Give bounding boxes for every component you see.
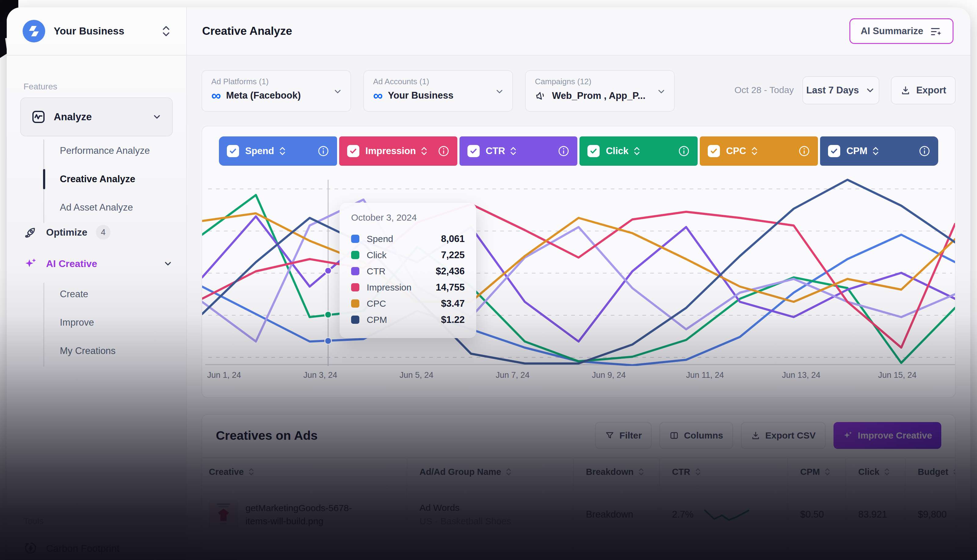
metric-toggle-spend[interactable]: Spend <box>219 137 337 166</box>
cpm-cell: $0.50 <box>787 486 845 543</box>
metric-toggle-cpm[interactable]: CPM <box>820 137 938 166</box>
ai-summarize-label: AI Summarize <box>861 26 923 37</box>
page-title: Creative Analyze <box>202 25 849 38</box>
export-button[interactable]: Export <box>891 76 955 104</box>
sort-arrows-icon[interactable] <box>872 146 880 156</box>
rocket-icon <box>23 225 38 239</box>
main-header: Creative Analyze AI Summarize <box>187 7 970 55</box>
funnel-icon <box>605 431 615 440</box>
metric-toggle-cpc[interactable]: CPC <box>700 137 818 166</box>
ad-accounts-dropdown[interactable]: Ad Accounts (1) ∞ Your Business <box>363 70 513 112</box>
screenshot-stage: Your Business Features Analyze Performan… <box>0 0 977 560</box>
series-swatch <box>351 267 359 275</box>
filter-button[interactable]: Filter <box>595 422 651 449</box>
ad-platforms-dropdown[interactable]: Ad Platforms (1) ∞ Meta (Facebook) <box>202 70 351 112</box>
sidebar-item-create[interactable]: Create <box>43 280 174 308</box>
click-cell <box>845 543 905 560</box>
column-header-budget[interactable]: Budget <box>905 458 955 485</box>
column-label: Budget <box>918 467 948 477</box>
creative-thumbnail <box>209 500 238 529</box>
sort-arrows-icon[interactable] <box>633 146 641 156</box>
sidebar-item-analyze[interactable]: Analyze <box>20 97 173 137</box>
ctr-cell: 2.7% <box>659 486 787 543</box>
columns-button[interactable]: Columns <box>660 422 733 449</box>
app-window: Your Business Features Analyze Performan… <box>7 7 970 560</box>
column-label: Click <box>858 467 879 477</box>
carbon-footprint-icon <box>23 542 38 555</box>
sidebar-item-ai-creative[interactable]: AI Creative <box>23 250 173 277</box>
info-icon[interactable] <box>678 145 690 157</box>
ad-group-name: US - Basketball Shoes <box>419 515 511 528</box>
chevron-down-icon <box>494 87 504 97</box>
filter-row: Ad Platforms (1) ∞ Meta (Facebook) Ad Ac… <box>202 70 955 112</box>
column-header-click[interactable]: Click <box>845 458 905 485</box>
series-swatch <box>351 283 359 292</box>
ai-creative-subnav: Create Improve My Creations <box>43 280 174 369</box>
creative-cell <box>202 543 407 560</box>
table-header-row: CreativeAd/Ad Group NameBreakdownCTRCPMC… <box>202 457 955 486</box>
series-swatch <box>351 299 359 308</box>
creative-thumbnail <box>209 557 238 560</box>
sidebar-item-creative-analyze[interactable]: Creative Analyze <box>43 165 174 193</box>
info-icon[interactable] <box>558 145 569 157</box>
x-axis-label: Jun 3, 24 <box>303 370 337 380</box>
table-row-partial[interactable] <box>202 543 955 560</box>
sort-arrows-icon[interactable] <box>420 146 428 156</box>
dropdown-label: Ad Accounts (1) <box>373 77 503 87</box>
sort-arrows-icon[interactable] <box>750 146 758 156</box>
info-icon[interactable] <box>317 145 329 157</box>
series-swatch <box>351 251 359 259</box>
ad-group-cell: Ad Words US - Basketball Shoes <box>407 486 573 543</box>
line-chart[interactable] <box>202 171 955 366</box>
checkbox-checked-icon[interactable] <box>708 145 720 157</box>
x-axis-label: Jun 13, 24 <box>782 370 820 380</box>
download-icon <box>900 85 911 95</box>
column-header-breakdown[interactable]: Breakdown <box>573 458 659 485</box>
workspace-switcher[interactable]: Your Business <box>7 7 186 55</box>
sort-arrows-icon[interactable] <box>509 146 517 156</box>
column-header-creative[interactable]: Creative <box>202 458 407 485</box>
sidebar-item-ad-asset-analyze[interactable]: Ad Asset Analyze <box>43 194 174 221</box>
metric-toggle-click[interactable]: Click <box>580 137 698 166</box>
optimize-count-badge: 4 <box>96 225 110 240</box>
checkbox-checked-icon[interactable] <box>828 145 840 157</box>
features-section-label: Features <box>23 82 57 92</box>
checkbox-checked-icon[interactable] <box>468 145 479 157</box>
ctr-value: 2.7% <box>672 509 694 520</box>
chart-card: SpendImpressionCTRClickCPCCPM Jun 1, 24J… <box>202 126 955 398</box>
ctr-sparkline <box>702 506 751 523</box>
sidebar-item-improve[interactable]: Improve <box>43 309 174 336</box>
ai-summarize-button[interactable]: AI Summarize <box>849 18 954 44</box>
column-label: Creative <box>209 467 244 477</box>
metric-toggle-ctr[interactable]: CTR <box>459 137 578 166</box>
analyze-subnav: Performance Analyze Creative Analyze Ad … <box>43 137 174 225</box>
checkbox-checked-icon[interactable] <box>227 145 239 157</box>
metric-toggle-impression[interactable]: Impression <box>339 137 458 166</box>
info-icon[interactable] <box>798 145 810 157</box>
info-icon[interactable] <box>438 145 449 157</box>
series-line-ctr <box>202 217 955 342</box>
series-swatch <box>351 315 359 324</box>
meta-logo-icon: ∞ <box>211 91 220 100</box>
campaigns-dropdown[interactable]: Campaigns (12) Web_Prom , App_P... <box>525 70 675 112</box>
sidebar-item-my-creations[interactable]: My Creations <box>43 337 174 365</box>
table-row[interactable]: getMarketingGoods-5678- items-will-build… <box>202 486 955 543</box>
budget-cell <box>905 543 955 560</box>
improve-creative-button[interactable]: Improve Creative <box>833 422 941 449</box>
sidebar-item-carbon-footprint[interactable]: Carbon Footprint <box>23 535 173 560</box>
sidebar-item-performance-analyze[interactable]: Performance Analyze <box>43 137 174 165</box>
column-header-cpm[interactable]: CPM <box>787 458 845 485</box>
column-header-ad-ad-group-name[interactable]: Ad/Ad Group Name <box>407 458 573 485</box>
info-icon[interactable] <box>919 145 930 157</box>
checkbox-checked-icon[interactable] <box>588 145 600 157</box>
column-header-ctr[interactable]: CTR <box>659 458 787 485</box>
sort-arrows-icon[interactable] <box>279 146 286 156</box>
chevron-down-icon <box>656 87 666 97</box>
checkbox-checked-icon[interactable] <box>347 145 359 157</box>
series-line-cpm <box>202 180 955 363</box>
export-csv-button[interactable]: Export CSV <box>741 422 825 449</box>
period-select-button[interactable]: Last 7 Days <box>802 76 879 104</box>
x-axis-labels: Jun 1, 24Jun 3, 24Jun 5, 24Jun 7, 24Jun … <box>202 370 955 384</box>
sidebar-item-optimize[interactable]: Optimize 4 <box>23 218 173 246</box>
tools-section-label: Tools <box>23 517 43 526</box>
